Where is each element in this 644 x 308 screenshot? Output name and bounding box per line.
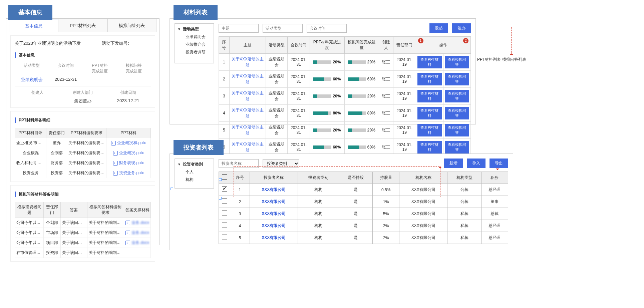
cell-file[interactable]: 企业概况.pptx — [106, 148, 151, 158]
cell-file[interactable]: 投资业务.pptx — [106, 168, 151, 178]
tab-ppt[interactable]: PPT材料列表 — [58, 19, 107, 32]
val-creator — [15, 97, 60, 104]
cell-action-ppt[interactable]: 查看PPT材料 — [416, 71, 443, 88]
cell-cat: 机构 — [298, 208, 339, 220]
cell-chk[interactable] — [219, 220, 230, 232]
tree-activity-type[interactable]: 活动类型 — [178, 26, 211, 32]
view-qa-button[interactable]: 查看模拟问答 — [445, 90, 469, 102]
cell-file[interactable]: 业务.docx — [124, 238, 151, 248]
cell-time: 2024-01-31 — [287, 54, 310, 71]
cell-idx: 5 — [230, 232, 250, 244]
col-header: 活动类型 — [266, 37, 288, 54]
view-qa-button[interactable]: 查看模拟问答 — [445, 107, 469, 119]
col-checkbox[interactable] — [219, 172, 230, 184]
cell-name[interactable]: XXX有限公司 — [250, 232, 298, 244]
tree-investor-cat[interactable]: 投资者类别 — [178, 162, 211, 167]
cell-cat: 机构 — [298, 220, 339, 232]
download-icon[interactable] — [113, 161, 118, 166]
cell-cat: 机构 — [298, 232, 339, 244]
row-checkbox[interactable] — [222, 223, 227, 228]
col-header: 模拟问答材料编制要求 — [87, 202, 124, 218]
cell-name[interactable]: XXX有限公司 — [250, 208, 298, 220]
cell-file[interactable]: 业务.docx — [124, 218, 151, 228]
view-ppt-button[interactable]: 查看PPT材料 — [417, 107, 442, 119]
cell-time: 2024-01-31 — [287, 122, 310, 139]
download-icon[interactable] — [125, 241, 130, 245]
cell-p1: 60% — [310, 71, 344, 88]
cell-chk[interactable] — [219, 208, 230, 220]
filter-type[interactable] — [263, 24, 303, 33]
download-icon[interactable] — [113, 171, 118, 176]
cell-action-qa[interactable]: 查看模拟问答 — [443, 71, 470, 88]
view-ppt-button[interactable]: 查看PPT材料 — [417, 141, 442, 153]
table-row: 投资业务投资部关于材料的编制要求...投资业务.pptx — [15, 168, 151, 178]
cell-topic[interactable]: 关于XXX活动的主题 — [229, 71, 266, 88]
tree-leaf[interactable]: 投资者调研 — [178, 47, 211, 55]
cell-action-qa[interactable]: 查看模拟问答 — [443, 122, 470, 139]
cell-topic[interactable]: 关于XXX活动的主题 — [229, 88, 266, 105]
cell-file[interactable]: 业务.docx — [124, 228, 151, 238]
cell-req: 关于材料的编制要求... — [67, 138, 106, 148]
cell-name[interactable]: XXX有限公司 — [250, 220, 298, 232]
cell-action-qa[interactable]: 查看模拟问答 — [443, 88, 470, 105]
cell-topic[interactable]: 关于XXX活动的主题 — [229, 122, 266, 139]
cell-action-qa[interactable]: 查看模拟问答 — [443, 105, 470, 122]
import-button[interactable]: 导入 — [467, 159, 486, 168]
tree-leaf[interactable]: 机构 — [178, 175, 211, 183]
row-checkbox[interactable] — [222, 187, 227, 192]
cell-file[interactable]: 企业概况和.pptx — [106, 138, 151, 148]
view-qa-button[interactable]: 查看模拟问答 — [445, 73, 469, 85]
cell-role: 总裁 — [481, 208, 508, 220]
view-ppt-button[interactable]: 查看PPT材料 — [417, 56, 442, 68]
cell-action-ppt[interactable]: 查看PPT材料 — [416, 54, 443, 71]
cell-action-ppt[interactable]: 查看PPT材料 — [416, 88, 443, 105]
val-type[interactable]: 业绩说明会 — [15, 75, 49, 83]
view-qa-button[interactable]: 查看模拟问答 — [445, 141, 469, 153]
cell-dir: 企业概况 市场份额 — [15, 138, 46, 148]
view-ppt-button[interactable]: 查看PPT材料 — [417, 90, 442, 102]
cell-dir: 投资业务 — [15, 168, 46, 178]
download-icon[interactable] — [111, 141, 116, 145]
tree-leaf[interactable]: 业绩推介会 — [178, 40, 211, 47]
table-row: 4关于XXX活动的主题业绩说明会2024-01-3180%80%张三2024-0… — [219, 105, 471, 122]
cell-action-ppt[interactable]: 查看PPT材料 — [416, 122, 443, 139]
filter-topic[interactable] — [219, 24, 259, 33]
tab-basic[interactable]: 基本信息 — [9, 19, 58, 32]
view-qa-button[interactable]: 查看模拟问答 — [445, 124, 469, 136]
tree-leaf[interactable]: 业绩说明会 — [178, 32, 211, 40]
code-value — [129, 41, 151, 46]
row-checkbox[interactable] — [222, 235, 227, 240]
col-header: 模拟投资者问题 — [15, 202, 44, 218]
table-row: 5关于XXX活动的主题业绩说明会2024-01-3120%20%张三2024-0… — [219, 122, 471, 139]
callout-line-3a — [234, 166, 234, 197]
filter-time[interactable] — [307, 24, 347, 33]
cell-action-qa[interactable]: 查看模拟问答 — [443, 54, 470, 71]
add-button[interactable]: 新增 — [444, 159, 463, 168]
cell-ans: 关于该问题的... — [60, 218, 87, 228]
export-button[interactable]: 导出 — [490, 159, 508, 168]
cell-chk[interactable] — [219, 232, 230, 244]
view-ppt-button[interactable]: 查看PPT材料 — [417, 124, 442, 136]
view-qa-button[interactable]: 查看模拟问答 — [445, 56, 469, 68]
cell-file[interactable]: 财务表现.pptx — [106, 158, 151, 168]
row-checkbox[interactable] — [222, 211, 227, 216]
download-icon[interactable] — [125, 231, 130, 235]
cell-topic[interactable]: 关于XXX活动的主题 — [229, 54, 266, 71]
download-icon[interactable] — [113, 151, 118, 156]
cell-chk[interactable] — [219, 184, 230, 196]
tree-leaf[interactable]: 个人 — [178, 167, 211, 175]
row-checkbox[interactable] — [222, 199, 227, 204]
tab-qa[interactable]: 模拟问答列表 — [107, 19, 156, 32]
cell-action-qa[interactable]: 查看模拟问答 — [443, 139, 470, 156]
view-ppt-button[interactable]: 查看PPT材料 — [417, 73, 442, 85]
cell-hold: 是 — [339, 208, 372, 220]
cell-file[interactable] — [124, 248, 151, 258]
cell-action-ppt[interactable]: 查看PPT材料 — [416, 105, 443, 122]
cell-name[interactable]: XXX有限公司 — [250, 196, 298, 208]
checkbox-all[interactable] — [222, 175, 227, 180]
cell-topic[interactable]: 关于XXX活动的主题 — [229, 139, 266, 156]
cell-topic[interactable]: 关于XXX活动的主题 — [229, 105, 266, 122]
cell-req: 关于材料的编制要求... — [67, 168, 106, 178]
download-icon[interactable] — [125, 221, 130, 225]
cell-action-ppt[interactable]: 查看PPT材料 — [416, 139, 443, 156]
